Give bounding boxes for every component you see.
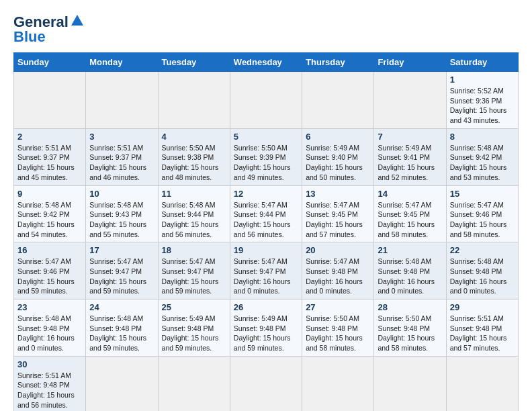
day-number: 12 — [234, 189, 298, 199]
calendar-body: 1 Sunrise: 5:52 AMSunset: 9:36 PMDayligh… — [14, 72, 519, 412]
day-number: 10 — [89, 189, 154, 199]
weekday-header-sunday: Sunday — [14, 53, 86, 72]
day-number: 16 — [17, 245, 82, 255]
svg-marker-0 — [71, 15, 83, 26]
day-info: Sunrise: 5:51 AMSunset: 9:37 PMDaylight:… — [17, 144, 75, 181]
calendar-day-7: 7 Sunrise: 5:49 AMSunset: 9:41 PMDayligh… — [374, 128, 446, 185]
day-number: 13 — [306, 189, 370, 199]
empty-cell — [302, 356, 374, 411]
logo: General Blue — [13, 13, 85, 46]
calendar-day-22: 22 Sunrise: 5:48 AMSunset: 9:48 PMDaylig… — [446, 242, 518, 300]
calendar-week-4: 16 Sunrise: 5:47 AMSunset: 9:46 PMDaylig… — [14, 242, 519, 300]
calendar-day-26: 26 Sunrise: 5:49 AMSunset: 9:48 PMDaylig… — [230, 300, 302, 357]
calendar-day-6: 6 Sunrise: 5:49 AMSunset: 9:40 PMDayligh… — [302, 128, 374, 185]
calendar-day-10: 10 Sunrise: 5:48 AMSunset: 9:43 PMDaylig… — [86, 185, 158, 242]
calendar-week-2: 2 Sunrise: 5:51 AMSunset: 9:37 PMDayligh… — [14, 128, 519, 185]
weekday-header-tuesday: Tuesday — [158, 53, 230, 72]
day-info: Sunrise: 5:48 AMSunset: 9:48 PMDaylight:… — [89, 314, 146, 352]
day-info: Sunrise: 5:47 AMSunset: 9:45 PMDaylight:… — [378, 201, 435, 238]
calendar-day-9: 9 Sunrise: 5:48 AMSunset: 9:42 PMDayligh… — [14, 185, 86, 242]
day-number: 27 — [306, 302, 370, 312]
empty-cell — [86, 72, 158, 129]
calendar-day-4: 4 Sunrise: 5:50 AMSunset: 9:38 PMDayligh… — [158, 128, 230, 185]
calendar-week-1: 1 Sunrise: 5:52 AMSunset: 9:36 PMDayligh… — [14, 72, 519, 129]
calendar-week-5: 23 Sunrise: 5:48 AMSunset: 9:48 PMDaylig… — [14, 300, 519, 357]
weekday-header-friday: Friday — [374, 53, 446, 72]
day-number: 3 — [89, 132, 154, 142]
empty-cell — [158, 356, 230, 411]
day-number: 20 — [306, 245, 370, 255]
empty-cell — [158, 72, 230, 129]
calendar-day-18: 18 Sunrise: 5:47 AMSunset: 9:47 PMDaylig… — [158, 242, 230, 300]
day-info: Sunrise: 5:47 AMSunset: 9:47 PMDaylight:… — [162, 257, 219, 295]
day-info: Sunrise: 5:48 AMSunset: 9:44 PMDaylight:… — [162, 201, 219, 238]
day-number: 15 — [450, 189, 515, 199]
day-number: 18 — [162, 245, 226, 255]
weekday-header-monday: Monday — [86, 53, 158, 72]
day-info: Sunrise: 5:47 AMSunset: 9:48 PMDaylight:… — [306, 257, 363, 295]
weekday-header-thursday: Thursday — [302, 53, 374, 72]
day-info: Sunrise: 5:47 AMSunset: 9:47 PMDaylight:… — [234, 257, 291, 295]
calendar-day-19: 19 Sunrise: 5:47 AMSunset: 9:47 PMDaylig… — [230, 242, 302, 300]
day-info: Sunrise: 5:49 AMSunset: 9:41 PMDaylight:… — [378, 144, 435, 181]
calendar-day-14: 14 Sunrise: 5:47 AMSunset: 9:45 PMDaylig… — [374, 185, 446, 242]
calendar-day-21: 21 Sunrise: 5:48 AMSunset: 9:48 PMDaylig… — [374, 242, 446, 300]
calendar-day-16: 16 Sunrise: 5:47 AMSunset: 9:46 PMDaylig… — [14, 242, 86, 300]
calendar-day-13: 13 Sunrise: 5:47 AMSunset: 9:45 PMDaylig… — [302, 185, 374, 242]
calendar-day-11: 11 Sunrise: 5:48 AMSunset: 9:44 PMDaylig… — [158, 185, 230, 242]
day-info: Sunrise: 5:48 AMSunset: 9:43 PMDaylight:… — [89, 201, 146, 238]
day-info: Sunrise: 5:48 AMSunset: 9:48 PMDaylight:… — [450, 257, 507, 295]
calendar-day-28: 28 Sunrise: 5:50 AMSunset: 9:48 PMDaylig… — [374, 300, 446, 357]
day-info: Sunrise: 5:50 AMSunset: 9:39 PMDaylight:… — [234, 144, 291, 181]
empty-cell — [86, 356, 158, 411]
calendar-day-25: 25 Sunrise: 5:49 AMSunset: 9:48 PMDaylig… — [158, 300, 230, 357]
weekday-header-row: SundayMondayTuesdayWednesdayThursdayFrid… — [14, 53, 519, 72]
empty-cell — [230, 356, 302, 411]
empty-cell — [14, 72, 86, 129]
calendar-day-8: 8 Sunrise: 5:48 AMSunset: 9:42 PMDayligh… — [446, 128, 518, 185]
day-info: Sunrise: 5:49 AMSunset: 9:48 PMDaylight:… — [234, 314, 291, 352]
day-number: 7 — [378, 132, 442, 142]
calendar-day-12: 12 Sunrise: 5:47 AMSunset: 9:44 PMDaylig… — [230, 185, 302, 242]
day-info: Sunrise: 5:50 AMSunset: 9:48 PMDaylight:… — [306, 314, 363, 352]
calendar-day-17: 17 Sunrise: 5:47 AMSunset: 9:47 PMDaylig… — [86, 242, 158, 300]
day-number: 19 — [234, 245, 298, 255]
day-info: Sunrise: 5:48 AMSunset: 9:42 PMDaylight:… — [450, 144, 507, 181]
day-number: 26 — [234, 302, 298, 312]
day-info: Sunrise: 5:50 AMSunset: 9:38 PMDaylight:… — [162, 144, 219, 181]
day-number: 6 — [306, 132, 370, 142]
empty-cell — [446, 356, 518, 411]
calendar-day-27: 27 Sunrise: 5:50 AMSunset: 9:48 PMDaylig… — [302, 300, 374, 357]
day-info: Sunrise: 5:47 AMSunset: 9:46 PMDaylight:… — [450, 201, 507, 238]
day-info: Sunrise: 5:52 AMSunset: 9:36 PMDaylight:… — [450, 87, 507, 124]
empty-cell — [374, 72, 446, 129]
empty-cell — [302, 72, 374, 129]
day-number: 25 — [162, 302, 226, 312]
day-number: 17 — [89, 245, 154, 255]
calendar-day-3: 3 Sunrise: 5:51 AMSunset: 9:37 PMDayligh… — [86, 128, 158, 185]
calendar-day-23: 23 Sunrise: 5:48 AMSunset: 9:48 PMDaylig… — [14, 300, 86, 357]
day-number: 8 — [450, 132, 515, 142]
empty-cell — [374, 356, 446, 411]
empty-cell — [230, 72, 302, 129]
calendar-week-6: 30 Sunrise: 5:51 AMSunset: 9:48 PMDaylig… — [14, 356, 519, 411]
day-number: 2 — [17, 132, 82, 142]
calendar-day-2: 2 Sunrise: 5:51 AMSunset: 9:37 PMDayligh… — [14, 128, 86, 185]
calendar-day-29: 29 Sunrise: 5:51 AMSunset: 9:48 PMDaylig… — [446, 300, 518, 357]
day-info: Sunrise: 5:48 AMSunset: 9:42 PMDaylight:… — [17, 201, 75, 238]
day-number: 21 — [378, 245, 442, 255]
day-info: Sunrise: 5:51 AMSunset: 9:37 PMDaylight:… — [89, 144, 146, 181]
page-header: General Blue — [13, 13, 519, 46]
calendar-day-24: 24 Sunrise: 5:48 AMSunset: 9:48 PMDaylig… — [86, 300, 158, 357]
logo-blue: Blue — [13, 28, 46, 46]
day-info: Sunrise: 5:51 AMSunset: 9:48 PMDaylight:… — [17, 371, 75, 409]
weekday-header-wednesday: Wednesday — [230, 53, 302, 72]
day-info: Sunrise: 5:48 AMSunset: 9:48 PMDaylight:… — [17, 314, 75, 352]
day-info: Sunrise: 5:47 AMSunset: 9:45 PMDaylight:… — [306, 201, 363, 238]
calendar-table: SundayMondayTuesdayWednesdayThursdayFrid… — [13, 52, 519, 411]
logo-icon — [70, 13, 85, 28]
weekday-header-saturday: Saturday — [446, 53, 518, 72]
day-number: 29 — [450, 302, 515, 312]
day-number: 14 — [378, 189, 442, 199]
calendar-day-30: 30 Sunrise: 5:51 AMSunset: 9:48 PMDaylig… — [14, 356, 86, 411]
